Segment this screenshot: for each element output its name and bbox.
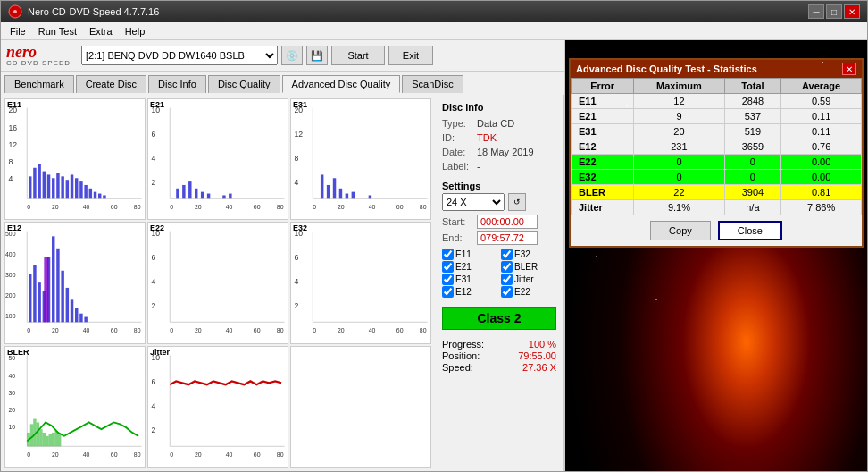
progress-area: Progress: 100 % Position: 79:55.00 Speed… [442, 339, 556, 374]
checkbox-e32[interactable]: E32 [501, 249, 556, 260]
svg-text:80: 80 [134, 450, 141, 458]
menu-help[interactable]: Help [120, 25, 151, 38]
svg-text:40: 40 [369, 202, 376, 210]
date-row: Date: 18 May 2019 [442, 147, 556, 157]
label-row: Label: - [442, 161, 556, 172]
chart-e11: E11 20 16 12 8 4 0 20 40 60 [4, 98, 146, 220]
disc-info-title: Disc info [442, 102, 556, 113]
speed-label-progress: Speed: [442, 362, 473, 373]
svg-rect-20 [56, 173, 59, 199]
tab-benchmark[interactable]: Benchmark [4, 75, 74, 93]
svg-text:20: 20 [195, 202, 202, 210]
titlebar-left: Nero CD-DVD Speed 4.7.7.16 [8, 4, 159, 19]
disc-info-button[interactable]: 💿 [281, 46, 303, 65]
svg-text:60: 60 [111, 326, 118, 334]
tab-disc-quality[interactable]: Disc Quality [208, 75, 280, 93]
checkbox-e22[interactable]: E22 [501, 286, 556, 298]
chart-e31: E31 20 12 8 4 0 20 40 60 80 [290, 98, 431, 220]
app-panel: nero CD·DVD SPEED [2:1] BENQ DVD DD DW16… [1, 40, 565, 471]
titlebar: Nero CD-DVD Speed 4.7.7.16 ─ □ ✕ [1, 1, 867, 22]
svg-rect-65 [346, 194, 348, 199]
svg-text:6: 6 [151, 253, 155, 262]
svg-text:100: 100 [5, 312, 16, 320]
svg-rect-28 [94, 192, 96, 199]
menubar: File Run Test Extra Help [1, 22, 867, 40]
menu-extra[interactable]: Extra [84, 25, 118, 38]
chart-jitter: Jitter 10 6 4 2 0 20 40 60 80 [147, 346, 288, 468]
checkbox-e21[interactable]: E21 [442, 261, 497, 273]
svg-rect-49 [229, 194, 231, 199]
svg-text:40: 40 [83, 202, 90, 210]
chart-e21: E21 10 6 4 2 0 20 40 60 80 [147, 98, 288, 220]
svg-text:4: 4 [294, 277, 298, 286]
svg-text:6: 6 [151, 130, 155, 139]
type-label: Type: [442, 118, 473, 129]
svg-rect-48 [222, 195, 225, 198]
minimize-button[interactable]: ─ [808, 4, 824, 19]
toolbar: nero CD·DVD SPEED [2:1] BENQ DVD DD DW16… [1, 40, 564, 72]
svg-rect-133 [43, 433, 46, 446]
svg-text:10: 10 [8, 422, 15, 430]
svg-text:8: 8 [8, 157, 13, 166]
exit-button[interactable]: Exit [388, 46, 433, 65]
menu-file[interactable]: File [4, 25, 31, 38]
svg-rect-132 [39, 429, 42, 446]
checkbox-jitter[interactable]: Jitter [501, 274, 556, 285]
svg-rect-45 [195, 189, 197, 199]
svg-rect-15 [33, 168, 36, 199]
refresh-button[interactable]: ↺ [508, 193, 526, 211]
svg-rect-23 [71, 174, 73, 198]
chart-e32: E32 10 6 4 2 0 20 40 60 80 [290, 222, 431, 343]
speed-value-progress: 27.36 X [522, 362, 556, 373]
svg-rect-91 [79, 314, 82, 323]
chart-empty [290, 346, 431, 468]
label-label: Label: [442, 161, 473, 172]
svg-text:0: 0 [170, 326, 173, 334]
svg-rect-88 [66, 288, 69, 322]
svg-text:4: 4 [151, 400, 155, 409]
svg-rect-27 [89, 189, 92, 199]
svg-text:12: 12 [294, 130, 303, 139]
svg-rect-46 [201, 192, 204, 199]
app-icon [8, 4, 22, 19]
start-button[interactable]: Start [331, 46, 385, 65]
speed-selector[interactable]: 4 X8 X12 X16 X20 X24 X32 X40 X48 X52 XMA… [442, 193, 505, 211]
svg-rect-64 [339, 189, 342, 199]
maximize-button[interactable]: □ [826, 4, 842, 19]
svg-text:80: 80 [277, 326, 284, 334]
window-title: Nero CD-DVD Speed 4.7.7.16 [28, 6, 159, 17]
tab-create-disc[interactable]: Create Disc [76, 75, 146, 93]
checkbox-bler[interactable]: BLER [501, 261, 556, 273]
svg-rect-129 [30, 424, 33, 446]
svg-text:80: 80 [134, 202, 141, 210]
svg-text:40: 40 [369, 326, 376, 334]
window-close-button[interactable]: ✕ [844, 4, 860, 19]
checkbox-e31[interactable]: E31 [442, 274, 497, 285]
save-button[interactable]: 💾 [306, 46, 328, 65]
svg-text:4: 4 [294, 178, 298, 187]
svg-rect-63 [333, 178, 336, 198]
menu-run-test[interactable]: Run Test [33, 25, 82, 38]
svg-text:60: 60 [111, 450, 118, 458]
tab-scan-disc[interactable]: ScanDisc [402, 75, 463, 93]
tab-disc-info[interactable]: Disc Info [148, 75, 206, 93]
speed-row: 4 X8 X12 X16 X20 X24 X32 X40 X48 X52 XMA… [442, 193, 556, 211]
svg-rect-128 [27, 433, 29, 446]
svg-text:60: 60 [396, 326, 404, 334]
svg-text:20: 20 [52, 202, 59, 210]
tab-advanced-disc-quality[interactable]: Advanced Disc Quality [282, 75, 401, 93]
drive-selector[interactable]: [2:1] BENQ DVD DD DW1640 BSLB [81, 46, 278, 65]
svg-text:12: 12 [8, 139, 17, 148]
svg-text:300: 300 [5, 271, 16, 279]
svg-text:6: 6 [151, 376, 155, 385]
svg-rect-42 [176, 189, 179, 199]
type-row: Type: Data CD [442, 118, 556, 129]
checkbox-e12[interactable]: E12 [442, 286, 497, 298]
svg-text:80: 80 [420, 326, 427, 334]
checkbox-e11[interactable]: E11 [442, 249, 497, 260]
svg-rect-82 [38, 282, 40, 322]
svg-text:20: 20 [8, 405, 15, 413]
id-row: ID: TDK [442, 132, 556, 143]
chart-e11-label: E11 [7, 100, 21, 109]
end-time-row: End: 079:57.72 [442, 231, 556, 245]
